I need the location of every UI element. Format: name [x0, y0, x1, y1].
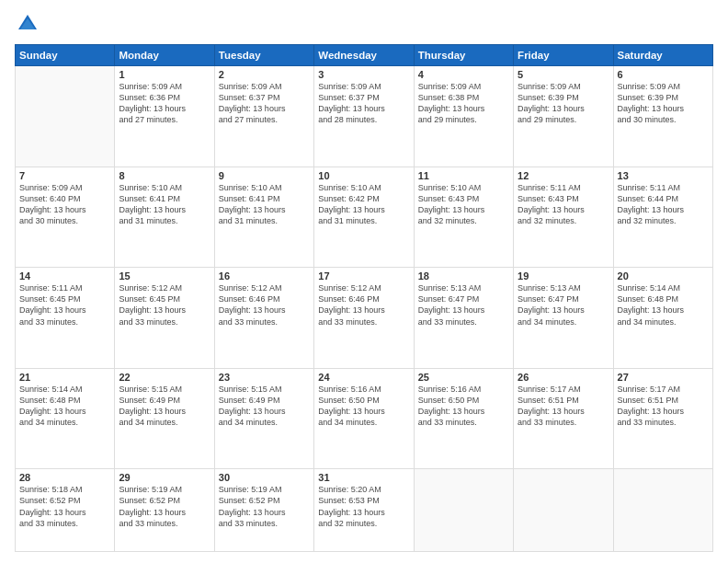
- calendar-cell: 30Sunrise: 5:19 AM Sunset: 6:52 PM Dayli…: [214, 469, 313, 552]
- day-header-tuesday: Tuesday: [214, 45, 313, 66]
- calendar-cell: 2Sunrise: 5:09 AM Sunset: 6:37 PM Daylig…: [214, 66, 313, 167]
- day-number: 29: [119, 472, 210, 483]
- day-number: 31: [318, 472, 409, 483]
- calendar-header-row: SundayMondayTuesdayWednesdayThursdayFrid…: [16, 45, 713, 66]
- calendar-cell: 29Sunrise: 5:19 AM Sunset: 6:52 PM Dayli…: [115, 469, 214, 552]
- calendar-cell: 31Sunrise: 5:20 AM Sunset: 6:53 PM Dayli…: [314, 469, 414, 552]
- calendar-cell: 11Sunrise: 5:10 AM Sunset: 6:43 PM Dayli…: [414, 167, 513, 268]
- cell-content: Sunrise: 5:19 AM Sunset: 6:52 PM Dayligh…: [119, 484, 210, 529]
- cell-content: Sunrise: 5:15 AM Sunset: 6:49 PM Dayligh…: [119, 384, 210, 429]
- cell-content: Sunrise: 5:19 AM Sunset: 6:52 PM Dayligh…: [219, 484, 310, 529]
- calendar-cell: 26Sunrise: 5:17 AM Sunset: 6:51 PM Dayli…: [514, 368, 613, 469]
- cell-content: Sunrise: 5:14 AM Sunset: 6:48 PM Dayligh…: [19, 384, 110, 429]
- calendar-cell: 1Sunrise: 5:09 AM Sunset: 6:36 PM Daylig…: [115, 66, 214, 167]
- cell-content: Sunrise: 5:09 AM Sunset: 6:37 PM Dayligh…: [318, 81, 409, 126]
- day-number: 22: [119, 372, 210, 383]
- logo: [15, 11, 44, 37]
- calendar-cell: 7Sunrise: 5:09 AM Sunset: 6:40 PM Daylig…: [16, 167, 115, 268]
- calendar-table: SundayMondayTuesdayWednesdayThursdayFrid…: [15, 44, 713, 552]
- cell-content: Sunrise: 5:13 AM Sunset: 6:47 PM Dayligh…: [418, 282, 509, 327]
- calendar-cell: 14Sunrise: 5:11 AM Sunset: 6:45 PM Dayli…: [16, 268, 115, 369]
- cell-content: Sunrise: 5:15 AM Sunset: 6:49 PM Dayligh…: [219, 384, 310, 429]
- calendar-cell: 8Sunrise: 5:10 AM Sunset: 6:41 PM Daylig…: [115, 167, 214, 268]
- day-number: 23: [219, 372, 310, 383]
- calendar-week-row: 28Sunrise: 5:18 AM Sunset: 6:52 PM Dayli…: [16, 469, 713, 552]
- page: SundayMondayTuesdayWednesdayThursdayFrid…: [0, 0, 728, 563]
- cell-content: Sunrise: 5:17 AM Sunset: 6:51 PM Dayligh…: [518, 384, 609, 429]
- cell-content: Sunrise: 5:09 AM Sunset: 6:39 PM Dayligh…: [618, 81, 709, 126]
- day-header-friday: Friday: [514, 45, 613, 66]
- cell-content: Sunrise: 5:09 AM Sunset: 6:39 PM Dayligh…: [518, 81, 609, 126]
- day-number: 6: [618, 69, 709, 80]
- day-number: 17: [318, 270, 409, 282]
- day-header-monday: Monday: [115, 45, 214, 66]
- day-number: 8: [119, 170, 210, 181]
- calendar-cell: 19Sunrise: 5:13 AM Sunset: 6:47 PM Dayli…: [514, 268, 613, 369]
- day-number: 24: [318, 372, 409, 383]
- cell-content: Sunrise: 5:14 AM Sunset: 6:48 PM Dayligh…: [618, 282, 709, 327]
- day-number: 26: [518, 372, 609, 383]
- calendar-cell: [514, 469, 613, 552]
- calendar-cell: 10Sunrise: 5:10 AM Sunset: 6:42 PM Dayli…: [314, 167, 414, 268]
- cell-content: Sunrise: 5:16 AM Sunset: 6:50 PM Dayligh…: [318, 384, 409, 429]
- logo-icon: [15, 11, 40, 37]
- calendar-cell: 28Sunrise: 5:18 AM Sunset: 6:52 PM Dayli…: [16, 469, 115, 552]
- calendar-cell: 20Sunrise: 5:14 AM Sunset: 6:48 PM Dayli…: [613, 268, 712, 369]
- day-number: 15: [119, 270, 210, 282]
- cell-content: Sunrise: 5:20 AM Sunset: 6:53 PM Dayligh…: [318, 484, 409, 529]
- day-number: 2: [219, 69, 310, 80]
- cell-content: Sunrise: 5:09 AM Sunset: 6:38 PM Dayligh…: [418, 81, 509, 126]
- cell-content: Sunrise: 5:17 AM Sunset: 6:51 PM Dayligh…: [618, 384, 709, 429]
- day-number: 10: [318, 170, 409, 181]
- calendar-cell: 22Sunrise: 5:15 AM Sunset: 6:49 PM Dayli…: [115, 368, 214, 469]
- calendar-cell: 15Sunrise: 5:12 AM Sunset: 6:45 PM Dayli…: [115, 268, 214, 369]
- cell-content: Sunrise: 5:11 AM Sunset: 6:44 PM Dayligh…: [618, 182, 709, 227]
- cell-content: Sunrise: 5:12 AM Sunset: 6:45 PM Dayligh…: [119, 282, 210, 327]
- cell-content: Sunrise: 5:09 AM Sunset: 6:40 PM Dayligh…: [19, 182, 110, 227]
- calendar-week-row: 1Sunrise: 5:09 AM Sunset: 6:36 PM Daylig…: [16, 66, 713, 167]
- calendar-cell: 25Sunrise: 5:16 AM Sunset: 6:50 PM Dayli…: [414, 368, 513, 469]
- cell-content: Sunrise: 5:10 AM Sunset: 6:41 PM Dayligh…: [119, 182, 210, 227]
- cell-content: Sunrise: 5:12 AM Sunset: 6:46 PM Dayligh…: [219, 282, 310, 327]
- calendar-cell: 9Sunrise: 5:10 AM Sunset: 6:41 PM Daylig…: [214, 167, 313, 268]
- day-header-wednesday: Wednesday: [314, 45, 414, 66]
- day-header-thursday: Thursday: [414, 45, 513, 66]
- day-number: 4: [418, 69, 509, 80]
- day-number: 19: [518, 270, 609, 282]
- calendar-cell: 23Sunrise: 5:15 AM Sunset: 6:49 PM Dayli…: [214, 368, 313, 469]
- day-header-saturday: Saturday: [613, 45, 712, 66]
- day-number: 14: [19, 270, 110, 282]
- cell-content: Sunrise: 5:10 AM Sunset: 6:42 PM Dayligh…: [318, 182, 409, 227]
- calendar-cell: 5Sunrise: 5:09 AM Sunset: 6:39 PM Daylig…: [514, 66, 613, 167]
- day-number: 30: [219, 472, 310, 483]
- calendar-cell: [414, 469, 513, 552]
- day-number: 7: [19, 170, 110, 181]
- calendar-week-row: 7Sunrise: 5:09 AM Sunset: 6:40 PM Daylig…: [16, 167, 713, 268]
- day-number: 28: [19, 472, 110, 483]
- day-number: 11: [418, 170, 509, 181]
- calendar-week-row: 21Sunrise: 5:14 AM Sunset: 6:48 PM Dayli…: [16, 368, 713, 469]
- day-number: 5: [518, 69, 609, 80]
- calendar-cell: 27Sunrise: 5:17 AM Sunset: 6:51 PM Dayli…: [613, 368, 712, 469]
- day-number: 27: [618, 372, 709, 383]
- calendar-cell: 13Sunrise: 5:11 AM Sunset: 6:44 PM Dayli…: [613, 167, 712, 268]
- cell-content: Sunrise: 5:11 AM Sunset: 6:43 PM Dayligh…: [518, 182, 609, 227]
- cell-content: Sunrise: 5:18 AM Sunset: 6:52 PM Dayligh…: [19, 484, 110, 529]
- calendar-week-row: 14Sunrise: 5:11 AM Sunset: 6:45 PM Dayli…: [16, 268, 713, 369]
- cell-content: Sunrise: 5:16 AM Sunset: 6:50 PM Dayligh…: [418, 384, 509, 429]
- calendar-cell: 21Sunrise: 5:14 AM Sunset: 6:48 PM Dayli…: [16, 368, 115, 469]
- calendar-cell: 17Sunrise: 5:12 AM Sunset: 6:46 PM Dayli…: [314, 268, 414, 369]
- calendar-cell: 18Sunrise: 5:13 AM Sunset: 6:47 PM Dayli…: [414, 268, 513, 369]
- day-number: 12: [518, 170, 609, 181]
- calendar-cell: [613, 469, 712, 552]
- day-number: 16: [219, 270, 310, 282]
- cell-content: Sunrise: 5:09 AM Sunset: 6:37 PM Dayligh…: [219, 81, 310, 126]
- day-number: 25: [418, 372, 509, 383]
- calendar-cell: 12Sunrise: 5:11 AM Sunset: 6:43 PM Dayli…: [514, 167, 613, 268]
- cell-content: Sunrise: 5:09 AM Sunset: 6:36 PM Dayligh…: [119, 81, 210, 126]
- calendar-cell: 24Sunrise: 5:16 AM Sunset: 6:50 PM Dayli…: [314, 368, 414, 469]
- day-number: 3: [318, 69, 409, 80]
- calendar-cell: 3Sunrise: 5:09 AM Sunset: 6:37 PM Daylig…: [314, 66, 414, 167]
- day-number: 13: [618, 170, 709, 181]
- calendar-cell: 16Sunrise: 5:12 AM Sunset: 6:46 PM Dayli…: [214, 268, 313, 369]
